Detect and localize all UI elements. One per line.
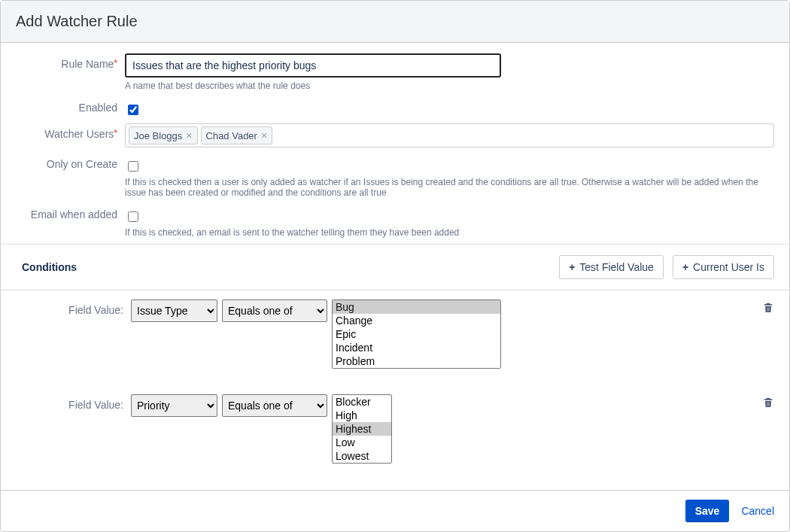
watcher-users-label: Watcher Users* — [16, 123, 125, 140]
rule-name-help: A name that best describes what the rule… — [125, 81, 774, 91]
plus-icon: + — [569, 261, 575, 273]
dialog-body-wrap: Rule Name* A name that best describes wh… — [1, 43, 789, 490]
divider — [1, 244, 789, 245]
close-icon[interactable]: × — [186, 130, 192, 141]
enabled-field — [125, 97, 774, 117]
condition-label: Field Value: — [16, 394, 125, 411]
email-when-added-help: If this is checked, an email is sent to … — [125, 227, 774, 238]
trash-icon — [762, 302, 774, 314]
watcher-users-field: Joe Bloggs × Chad Vader × — [125, 123, 774, 147]
email-when-added-field: If this is checked, an email is sent to … — [125, 204, 774, 238]
condition-controls: Issue Type Priority Equals one of Blocke… — [131, 394, 774, 464]
plus-icon: + — [682, 261, 688, 273]
test-field-value-button[interactable]: + Test Field Value — [559, 255, 664, 279]
rule-name-label-text: Rule Name — [61, 58, 114, 70]
condition-row: Field Value: Issue Type Priority Equals … — [1, 293, 789, 375]
rule-name-input[interactable] — [125, 53, 501, 78]
user-tag[interactable]: Chad Vader × — [201, 126, 273, 144]
watcher-users-input[interactable]: Joe Bloggs × Chad Vader × — [125, 123, 774, 147]
rule-name-field: A name that best describes what the rule… — [125, 53, 774, 91]
only-on-create-field: If this is checked then a user is only a… — [125, 154, 774, 198]
operator-select[interactable]: Equals one of — [222, 394, 327, 417]
rule-name-row: Rule Name* A name that best describes wh… — [1, 50, 789, 94]
enabled-label: Enabled — [16, 97, 125, 114]
close-icon[interactable]: × — [261, 130, 267, 141]
watcher-users-label-text: Watcher Users — [44, 128, 114, 140]
only-on-create-label: Only on Create — [16, 154, 125, 170]
user-tag-label: Chad Vader — [206, 130, 257, 141]
conditions-header: Conditions + Test Field Value + Current … — [1, 248, 789, 287]
field-select[interactable]: Issue Type Priority — [131, 299, 217, 322]
delete-condition-button[interactable] — [762, 394, 774, 411]
trash-icon — [762, 397, 774, 409]
enabled-checkbox[interactable] — [128, 105, 138, 115]
only-on-create-help: If this is checked then a user is only a… — [125, 177, 774, 198]
save-button[interactable]: Save — [685, 500, 730, 522]
dialog-body[interactable]: Rule Name* A name that best describes wh… — [1, 43, 789, 490]
value-multiselect[interactable]: Bug Change Epic Incident Problem — [332, 299, 501, 369]
rule-name-label: Rule Name* — [16, 53, 125, 70]
conditions-title: Conditions — [22, 261, 77, 273]
divider — [1, 290, 789, 290]
current-user-is-label: Current User Is — [693, 261, 764, 273]
only-on-create-row: Only on Create If this is checked then a… — [1, 150, 789, 201]
conditions-actions: + Test Field Value + Current User Is — [559, 255, 774, 279]
scroll-filler — [1, 470, 789, 470]
test-field-value-label: Test Field Value — [579, 261, 654, 273]
dialog-footer: Save Cancel — [1, 490, 789, 531]
dialog-header: Add Watcher Rule — [1, 1, 789, 43]
cancel-button[interactable]: Cancel — [741, 505, 774, 517]
condition-controls: Issue Type Priority Equals one of Bug Ch… — [131, 299, 774, 369]
add-watcher-rule-dialog: Add Watcher Rule Rule Name* A name that … — [0, 0, 790, 532]
condition-row: Field Value: Issue Type Priority Equals … — [1, 388, 789, 470]
operator-select[interactable]: Equals one of — [222, 299, 327, 322]
dialog-title: Add Watcher Rule — [16, 13, 774, 30]
only-on-create-checkbox[interactable] — [128, 161, 138, 172]
current-user-is-button[interactable]: + Current User Is — [673, 255, 774, 279]
required-asterisk-icon: * — [114, 128, 117, 138]
email-when-added-label: Email when added — [16, 204, 125, 220]
user-tag-label: Joe Bloggs — [134, 130, 182, 141]
email-when-added-row: Email when added If this is checked, an … — [1, 201, 789, 241]
delete-condition-button[interactable] — [762, 299, 774, 316]
enabled-row: Enabled — [1, 94, 789, 120]
value-multiselect[interactable]: Blocker High Highest Low Lowest — [332, 394, 392, 464]
field-select[interactable]: Issue Type Priority — [131, 394, 217, 417]
condition-label: Field Value: — [16, 299, 125, 316]
watcher-users-row: Watcher Users* Joe Bloggs × Chad Vader × — [1, 120, 789, 150]
user-tag[interactable]: Joe Bloggs × — [129, 126, 198, 144]
required-asterisk-icon: * — [114, 58, 117, 68]
email-when-added-checkbox[interactable] — [128, 211, 138, 222]
